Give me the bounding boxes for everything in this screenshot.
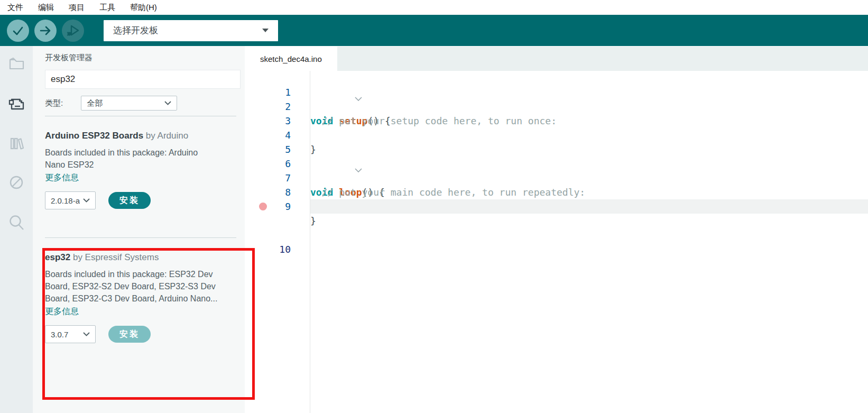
chip-board-icon [7, 93, 26, 112]
code-line[interactable]: 5 [245, 128, 868, 142]
tab-sketch[interactable]: sketch_dec4a.ino [245, 47, 337, 71]
board-author: by Arduino [146, 131, 188, 141]
board-card-description: Boards included in this package: Arduino… [45, 146, 239, 171]
code-line[interactable]: 9 } [245, 185, 868, 199]
chevron-down-icon [164, 101, 171, 105]
sidebar-item-library-manager[interactable] [7, 133, 26, 152]
arduino-ide-window: 文件 编辑 项目 工具 帮助(H) 选 [0, 0, 868, 413]
chevron-down-icon [262, 29, 269, 32]
more-info-link[interactable]: 更多信息 [45, 172, 79, 183]
board-card-title: esp32 by Espressif Systems [45, 252, 239, 263]
board-card-controls: 2.0.18-a 安装 [45, 191, 239, 209]
description-line: Boards included in this package: ESP32 D… [45, 268, 239, 280]
debug-button[interactable] [62, 20, 84, 42]
version-value: 3.0.7 [51, 330, 68, 339]
punctuation-token: } [310, 214, 316, 228]
books-icon [7, 133, 26, 152]
editor: sketch_dec4a.ino 1 void setup() { 2 // p… [245, 46, 868, 413]
folder-icon [7, 53, 26, 72]
activity-bar [0, 46, 33, 413]
toolbar: 选择开发板 [0, 15, 868, 46]
boards-search-input[interactable] [45, 70, 241, 89]
arrow-right-icon [34, 20, 57, 42]
check-icon [7, 20, 29, 42]
version-dropdown[interactable]: 3.0.7 [45, 325, 96, 343]
board-card-title: Arduino ESP32 Boards by Arduino [45, 131, 239, 141]
board-card: esp32 by Espressif Systems Boards includ… [45, 238, 239, 343]
panel-title: 开发板管理器 [45, 53, 239, 63]
version-value: 2.0.18-a [51, 196, 80, 205]
code-line[interactable]: 4 } [245, 114, 868, 128]
code-line[interactable]: 1 void setup() { [245, 71, 868, 85]
description-line: Nano ESP32 [45, 159, 239, 171]
verify-button[interactable] [7, 20, 29, 42]
description-line: Board, ESP32-C3 Dev Board, Arduino Nano.… [45, 292, 239, 305]
menu-item-file[interactable]: 文件 [5, 3, 25, 13]
circle-slash-icon [7, 172, 26, 191]
sidebar-item-sketchbook[interactable] [7, 53, 26, 72]
board-selector-value: 选择开发板 [113, 24, 158, 36]
breakpoint-icon[interactable] [259, 203, 267, 210]
boards-manager-panel: 开发板管理器 类型: 全部 Arduino ESP32 Boards by Ar… [33, 46, 245, 413]
chevron-down-icon [83, 332, 90, 336]
bug-play-icon [62, 20, 84, 42]
board-name: Arduino ESP32 Boards [45, 131, 143, 141]
board-name: esp32 [45, 252, 70, 262]
install-button[interactable]: 安装 [108, 192, 151, 209]
code-line-active[interactable]: 10 [245, 199, 868, 214]
version-dropdown[interactable]: 2.0.18-a [45, 191, 96, 209]
sidebar-item-search[interactable] [7, 212, 26, 231]
code-line[interactable]: 7 // put your main code here, to run rep… [245, 157, 868, 171]
menu-item-edit[interactable]: 编辑 [36, 3, 56, 13]
board-card-controls: 3.0.7 安装 [45, 325, 239, 343]
menu-item-tools[interactable]: 工具 [97, 3, 117, 13]
description-line: Board, ESP32-S2 Dev Board, ESP32-S3 Dev [45, 280, 239, 292]
code-line[interactable]: 3 [245, 99, 868, 114]
tab-label: sketch_dec4a.ino [260, 54, 322, 63]
current-line-highlight [310, 199, 868, 214]
more-info-link[interactable]: 更多信息 [45, 306, 79, 317]
install-button[interactable]: 安装 [108, 326, 151, 343]
search-icon [7, 212, 26, 231]
line-number[interactable]: 10 [245, 242, 291, 256]
type-filter-dropdown[interactable]: 全部 [81, 96, 177, 111]
sidebar-item-debug[interactable] [7, 172, 26, 191]
code-line[interactable]: 6 void loop() { [245, 142, 868, 157]
code-line[interactable]: 8 [245, 171, 868, 185]
menu-item-sketch[interactable]: 项目 [67, 3, 87, 13]
type-filter-label: 类型: [45, 98, 63, 108]
description-line: Boards included in this package: Arduino [45, 146, 239, 159]
code-line[interactable]: 2 // put your setup code here, to run on… [245, 85, 868, 99]
board-author: by Espressif Systems [73, 252, 159, 262]
board-card: Arduino ESP32 Boards by Arduino Boards i… [45, 116, 239, 209]
board-selector-dropdown[interactable]: 选择开发板 [104, 20, 278, 41]
board-card-description: Boards included in this package: ESP32 D… [45, 268, 239, 305]
tab-strip-empty [337, 47, 868, 71]
sidebar-item-boards-manager[interactable] [7, 93, 26, 112]
menu-item-help[interactable]: 帮助(H) [128, 3, 159, 13]
type-filter-value: 全部 [87, 98, 103, 108]
tab-strip: sketch_dec4a.ino [245, 47, 868, 71]
menu-bar: 文件 编辑 项目 工具 帮助(H) [0, 0, 868, 15]
code-area[interactable]: 1 void setup() { 2 // put your setup cod… [245, 71, 868, 413]
chevron-down-icon [83, 198, 90, 203]
upload-button[interactable] [34, 20, 57, 42]
type-filter-row: 类型: 全部 [45, 96, 239, 111]
